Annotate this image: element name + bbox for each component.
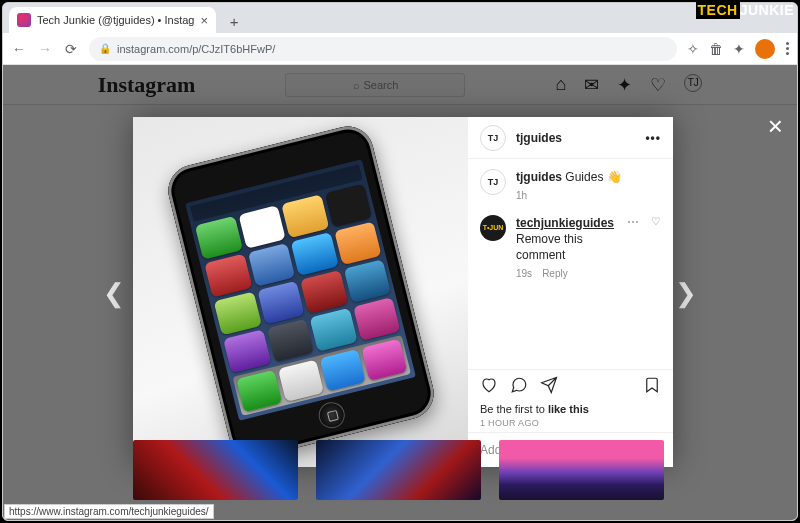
grid-thumbnail[interactable]: [133, 440, 298, 500]
puzzle-extension-icon[interactable]: ✦: [733, 41, 745, 57]
close-tab-icon[interactable]: ×: [200, 13, 208, 28]
post-image: [133, 117, 468, 467]
caption-time: 1h: [516, 189, 527, 203]
likes-text[interactable]: Be the first to like this: [480, 403, 661, 415]
page-content: Instagram ⌕ Search ⌂ ✉ ✦ ♡ TJ tjguides E…: [3, 65, 797, 520]
post-sidebar: TJ tjguides ••• TJ tjguides Guides 👋 1h: [468, 117, 673, 467]
chrome-menu-icon[interactable]: [785, 42, 789, 55]
comment-text: Remove this comment: [516, 232, 583, 262]
grid-thumbnail[interactable]: [499, 440, 664, 500]
trash-extension-icon[interactable]: 🗑: [709, 41, 723, 57]
tab-strip: Tech Junkie (@tjguides) • Instag × +: [3, 3, 797, 33]
browser-window: Tech Junkie (@tjguides) • Instag × + ← →…: [2, 2, 798, 521]
post-time: 1 HOUR AGO: [480, 418, 661, 428]
comment-reply-button[interactable]: Reply: [542, 267, 568, 281]
like-icon[interactable]: [480, 376, 498, 399]
post-options-icon[interactable]: •••: [645, 131, 661, 145]
like-comment-icon[interactable]: ♡: [651, 215, 661, 228]
share-icon[interactable]: [540, 376, 558, 399]
address-bar: ← → ⟳ 🔒 instagram.com/p/CJzIT6bHFwP/ ✧ 🗑…: [3, 33, 797, 65]
prev-post-chevron-icon[interactable]: ❮: [103, 277, 125, 308]
comments-section: TJ tjguides Guides 👋 1h T•JUN techjunkie…: [468, 159, 673, 369]
url-input[interactable]: 🔒 instagram.com/p/CJzIT6bHFwP/: [89, 37, 677, 61]
reload-button[interactable]: ⟳: [63, 41, 79, 57]
iphone-image: [162, 121, 438, 463]
author-username[interactable]: tjguides: [516, 131, 562, 145]
new-tab-button[interactable]: +: [222, 9, 246, 33]
status-bar-url: https://www.instagram.com/techjunkieguid…: [4, 504, 214, 519]
author-avatar[interactable]: TJ: [480, 125, 506, 151]
close-modal-icon[interactable]: ×: [768, 111, 783, 142]
commenter-username[interactable]: techjunkieguides: [516, 216, 614, 230]
caption-row: TJ tjguides Guides 👋 1h: [480, 169, 661, 203]
forward-button[interactable]: →: [37, 41, 53, 57]
grid-thumbnail[interactable]: [316, 440, 481, 500]
share-icon[interactable]: ✧: [687, 41, 699, 57]
profile-thumbnails: [133, 440, 664, 500]
lock-icon: 🔒: [99, 43, 111, 54]
comment-row: T•JUN techjunkieguides Remove this comme…: [480, 215, 661, 281]
commenter-avatar[interactable]: T•JUN: [480, 215, 506, 241]
chrome-profile-avatar[interactable]: [755, 39, 775, 59]
url-text: instagram.com/p/CJzIT6bHFwP/: [117, 43, 275, 55]
tab-title: Tech Junkie (@tjguides) • Instag: [37, 14, 194, 26]
caption-username[interactable]: tjguides: [516, 170, 562, 184]
browser-tab[interactable]: Tech Junkie (@tjguides) • Instag ×: [9, 7, 216, 33]
watermark-logo: TECHJUNKIE: [696, 2, 794, 18]
next-post-chevron-icon[interactable]: ❯: [675, 277, 697, 308]
comment-icon[interactable]: [510, 376, 528, 399]
post-lightbox: TJ tjguides ••• TJ tjguides Guides 👋 1h: [133, 117, 673, 467]
bookmark-icon[interactable]: [643, 376, 661, 399]
extension-icons: ✧ 🗑 ✦: [687, 39, 789, 59]
comment-time: 19s: [516, 267, 532, 281]
caption-text: Guides 👋: [565, 170, 621, 184]
back-button[interactable]: ←: [11, 41, 27, 57]
instagram-favicon: [17, 13, 31, 27]
comment-options-icon[interactable]: ⋯: [627, 215, 639, 229]
caption-avatar[interactable]: TJ: [480, 169, 506, 195]
post-actions: Be the first to like this 1 HOUR AGO: [468, 369, 673, 432]
post-header: TJ tjguides •••: [468, 117, 673, 159]
